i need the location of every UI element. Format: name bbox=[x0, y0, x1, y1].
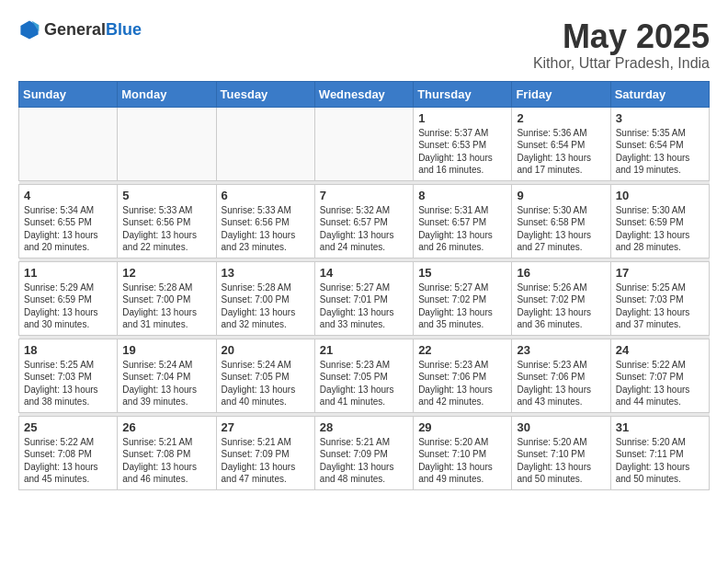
day-number: 2 bbox=[517, 111, 605, 125]
day-number: 12 bbox=[122, 266, 210, 280]
calendar-cell: 5Sunrise: 5:33 AM Sunset: 6:56 PM Daylig… bbox=[118, 184, 216, 258]
calendar-cell: 24Sunrise: 5:22 AM Sunset: 7:07 PM Dayli… bbox=[610, 339, 709, 412]
calendar-cell: 25Sunrise: 5:22 AM Sunset: 7:08 PM Dayli… bbox=[19, 416, 118, 489]
calendar-week-row: 25Sunrise: 5:22 AM Sunset: 7:08 PM Dayli… bbox=[19, 416, 710, 489]
weekday-header: Tuesday bbox=[216, 81, 314, 107]
calendar-cell bbox=[314, 107, 413, 180]
calendar-cell: 6Sunrise: 5:33 AM Sunset: 6:56 PM Daylig… bbox=[216, 184, 314, 258]
calendar-cell: 8Sunrise: 5:31 AM Sunset: 6:57 PM Daylig… bbox=[414, 184, 512, 258]
day-number: 8 bbox=[418, 189, 506, 202]
calendar-cell: 13Sunrise: 5:28 AM Sunset: 7:00 PM Dayli… bbox=[216, 261, 314, 335]
day-number: 5 bbox=[122, 189, 210, 202]
day-info: Sunrise: 5:30 AM Sunset: 6:58 PM Dayligh… bbox=[517, 204, 605, 254]
day-info: Sunrise: 5:27 AM Sunset: 7:02 PM Dayligh… bbox=[418, 282, 506, 331]
weekday-header: Friday bbox=[512, 81, 610, 107]
day-info: Sunrise: 5:21 AM Sunset: 7:09 PM Dayligh… bbox=[320, 436, 408, 486]
day-info: Sunrise: 5:22 AM Sunset: 7:08 PM Dayligh… bbox=[24, 436, 112, 486]
calendar-cell: 27Sunrise: 5:21 AM Sunset: 7:09 PM Dayli… bbox=[216, 416, 314, 489]
weekday-header: Thursday bbox=[414, 81, 512, 107]
day-info: Sunrise: 5:33 AM Sunset: 6:56 PM Dayligh… bbox=[222, 204, 310, 254]
day-number: 23 bbox=[517, 343, 605, 357]
day-info: Sunrise: 5:20 AM Sunset: 7:10 PM Dayligh… bbox=[418, 436, 506, 486]
day-number: 18 bbox=[24, 343, 112, 357]
logo-blue: Blue bbox=[106, 20, 142, 39]
day-info: Sunrise: 5:28 AM Sunset: 7:00 PM Dayligh… bbox=[222, 282, 310, 331]
calendar-cell: 31Sunrise: 5:20 AM Sunset: 7:11 PM Dayli… bbox=[610, 416, 709, 489]
calendar-cell: 26Sunrise: 5:21 AM Sunset: 7:08 PM Dayli… bbox=[118, 416, 216, 489]
day-info: Sunrise: 5:29 AM Sunset: 6:59 PM Dayligh… bbox=[24, 282, 112, 331]
calendar-cell: 9Sunrise: 5:30 AM Sunset: 6:58 PM Daylig… bbox=[512, 184, 610, 258]
day-info: Sunrise: 5:23 AM Sunset: 7:06 PM Dayligh… bbox=[517, 359, 605, 408]
calendar-cell: 23Sunrise: 5:23 AM Sunset: 7:06 PM Dayli… bbox=[512, 339, 610, 412]
calendar-cell: 29Sunrise: 5:20 AM Sunset: 7:10 PM Dayli… bbox=[414, 416, 512, 489]
calendar-cell: 1Sunrise: 5:37 AM Sunset: 6:53 PM Daylig… bbox=[414, 107, 512, 180]
day-number: 10 bbox=[616, 189, 704, 202]
day-info: Sunrise: 5:26 AM Sunset: 7:02 PM Dayligh… bbox=[517, 282, 605, 331]
calendar-cell: 19Sunrise: 5:24 AM Sunset: 7:04 PM Dayli… bbox=[118, 339, 216, 412]
day-number: 20 bbox=[222, 343, 310, 357]
day-info: Sunrise: 5:25 AM Sunset: 7:03 PM Dayligh… bbox=[24, 359, 112, 408]
calendar-cell: 28Sunrise: 5:21 AM Sunset: 7:09 PM Dayli… bbox=[314, 416, 413, 489]
calendar-cell: 12Sunrise: 5:28 AM Sunset: 7:00 PM Dayli… bbox=[118, 261, 216, 335]
day-info: Sunrise: 5:25 AM Sunset: 7:03 PM Dayligh… bbox=[616, 282, 704, 331]
day-number: 3 bbox=[616, 111, 704, 125]
day-number: 26 bbox=[122, 420, 210, 434]
day-number: 13 bbox=[222, 266, 310, 280]
day-info: Sunrise: 5:23 AM Sunset: 7:05 PM Dayligh… bbox=[320, 359, 408, 408]
day-number: 1 bbox=[418, 111, 506, 125]
day-number: 9 bbox=[517, 189, 605, 202]
calendar-cell: 20Sunrise: 5:24 AM Sunset: 7:05 PM Dayli… bbox=[216, 339, 314, 412]
calendar-week-row: 4Sunrise: 5:34 AM Sunset: 6:55 PM Daylig… bbox=[19, 184, 710, 258]
day-number: 29 bbox=[418, 420, 506, 434]
calendar-cell: 4Sunrise: 5:34 AM Sunset: 6:55 PM Daylig… bbox=[19, 184, 118, 258]
day-info: Sunrise: 5:28 AM Sunset: 7:00 PM Dayligh… bbox=[122, 282, 210, 331]
day-info: Sunrise: 5:22 AM Sunset: 7:07 PM Dayligh… bbox=[616, 359, 704, 408]
calendar-week-row: 11Sunrise: 5:29 AM Sunset: 6:59 PM Dayli… bbox=[19, 261, 710, 335]
title-area: May 2025 Kithor, Uttar Pradesh, India bbox=[533, 18, 710, 72]
day-number: 24 bbox=[616, 343, 704, 357]
calendar-cell bbox=[19, 107, 118, 180]
day-info: Sunrise: 5:31 AM Sunset: 6:57 PM Dayligh… bbox=[418, 204, 506, 254]
day-number: 16 bbox=[517, 266, 605, 280]
day-number: 6 bbox=[222, 189, 310, 202]
location-title: Kithor, Uttar Pradesh, India bbox=[533, 55, 710, 72]
logo: GeneralBlue bbox=[18, 18, 142, 40]
day-number: 28 bbox=[320, 420, 408, 434]
day-number: 14 bbox=[320, 266, 408, 280]
calendar-cell: 22Sunrise: 5:23 AM Sunset: 7:06 PM Dayli… bbox=[414, 339, 512, 412]
calendar-cell bbox=[118, 107, 216, 180]
calendar-week-row: 18Sunrise: 5:25 AM Sunset: 7:03 PM Dayli… bbox=[19, 339, 710, 412]
day-info: Sunrise: 5:27 AM Sunset: 7:01 PM Dayligh… bbox=[320, 282, 408, 331]
day-info: Sunrise: 5:24 AM Sunset: 7:04 PM Dayligh… bbox=[122, 359, 210, 408]
month-title: May 2025 bbox=[533, 18, 710, 55]
day-number: 30 bbox=[517, 420, 605, 434]
day-info: Sunrise: 5:32 AM Sunset: 6:57 PM Dayligh… bbox=[320, 204, 408, 254]
calendar-cell: 10Sunrise: 5:30 AM Sunset: 6:59 PM Dayli… bbox=[610, 184, 709, 258]
calendar-header-row: SundayMondayTuesdayWednesdayThursdayFrid… bbox=[19, 81, 710, 107]
logo-icon bbox=[18, 18, 40, 40]
calendar-cell: 11Sunrise: 5:29 AM Sunset: 6:59 PM Dayli… bbox=[19, 261, 118, 335]
day-info: Sunrise: 5:24 AM Sunset: 7:05 PM Dayligh… bbox=[222, 359, 310, 408]
calendar-cell: 16Sunrise: 5:26 AM Sunset: 7:02 PM Dayli… bbox=[512, 261, 610, 335]
day-info: Sunrise: 5:33 AM Sunset: 6:56 PM Dayligh… bbox=[122, 204, 210, 254]
day-info: Sunrise: 5:20 AM Sunset: 7:10 PM Dayligh… bbox=[517, 436, 605, 486]
weekday-header: Wednesday bbox=[314, 81, 413, 107]
calendar-cell: 3Sunrise: 5:35 AM Sunset: 6:54 PM Daylig… bbox=[610, 107, 709, 180]
day-number: 27 bbox=[222, 420, 310, 434]
day-info: Sunrise: 5:37 AM Sunset: 6:53 PM Dayligh… bbox=[418, 127, 506, 177]
day-info: Sunrise: 5:36 AM Sunset: 6:54 PM Dayligh… bbox=[517, 127, 605, 177]
calendar-cell bbox=[216, 107, 314, 180]
calendar-cell: 18Sunrise: 5:25 AM Sunset: 7:03 PM Dayli… bbox=[19, 339, 118, 412]
day-info: Sunrise: 5:23 AM Sunset: 7:06 PM Dayligh… bbox=[418, 359, 506, 408]
calendar-cell: 2Sunrise: 5:36 AM Sunset: 6:54 PM Daylig… bbox=[512, 107, 610, 180]
day-number: 7 bbox=[320, 189, 408, 202]
day-info: Sunrise: 5:21 AM Sunset: 7:09 PM Dayligh… bbox=[222, 436, 310, 486]
day-number: 11 bbox=[24, 266, 112, 280]
calendar-body: 1Sunrise: 5:37 AM Sunset: 6:53 PM Daylig… bbox=[19, 107, 710, 489]
calendar-week-row: 1Sunrise: 5:37 AM Sunset: 6:53 PM Daylig… bbox=[19, 107, 710, 180]
day-info: Sunrise: 5:34 AM Sunset: 6:55 PM Dayligh… bbox=[24, 204, 112, 254]
calendar-cell: 15Sunrise: 5:27 AM Sunset: 7:02 PM Dayli… bbox=[414, 261, 512, 335]
day-number: 31 bbox=[616, 420, 704, 434]
day-number: 22 bbox=[418, 343, 506, 357]
calendar-table: SundayMondayTuesdayWednesdayThursdayFrid… bbox=[18, 81, 710, 490]
